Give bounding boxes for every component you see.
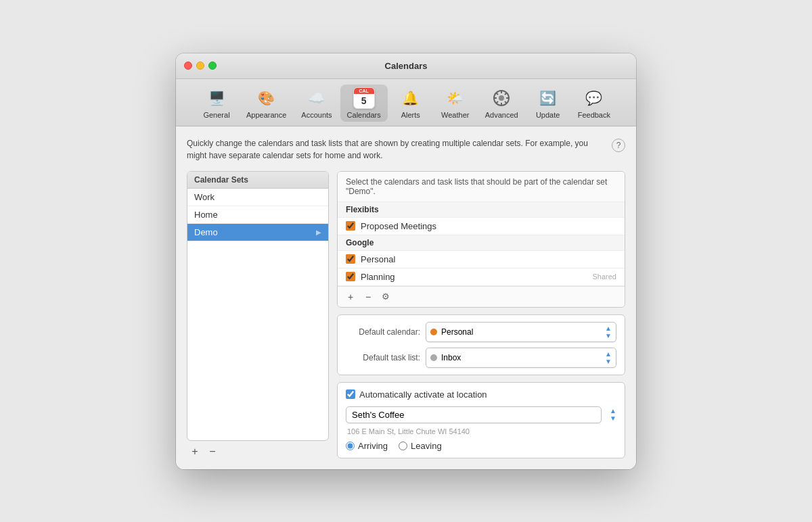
traffic-lights <box>184 62 217 70</box>
svg-point-1 <box>499 95 504 101</box>
app-window: Calendars 🖥️ General 🎨 Appearance ☁️ Acc… <box>176 53 636 469</box>
appearance-icon: 🎨 <box>256 87 277 109</box>
location-checkbox-row: Automatically activate at location <box>346 389 616 400</box>
calendars-section: Select the calendars and task lists that… <box>337 171 625 308</box>
calendar-name-planning: Planning <box>361 272 587 282</box>
calendar-badge-shared: Shared <box>593 272 616 281</box>
info-bar: Quickly change the calendars and task li… <box>187 137 625 162</box>
add-calendar-set-button[interactable]: + <box>188 445 202 458</box>
calendar-checkbox-proposed-meetings[interactable] <box>346 221 355 231</box>
calendar-checkbox-personal[interactable] <box>346 254 355 264</box>
alerts-icon: 🔔 <box>400 87 422 109</box>
calendar-row-planning: Planning Shared <box>338 268 625 286</box>
radio-row: Arriving Leaving <box>346 441 616 451</box>
arriving-label: Arriving <box>358 441 388 451</box>
calendars-icon: CAL 5 <box>353 87 375 109</box>
task-select-text: Inbox <box>441 353 602 362</box>
content-area: Quickly change the calendars and task li… <box>176 126 636 469</box>
remove-calendar-set-button[interactable]: − <box>206 445 219 458</box>
toolbar: 🖥️ General 🎨 Appearance ☁️ Accounts CAL … <box>176 79 636 126</box>
toolbar-label-accounts: Accounts <box>301 111 332 119</box>
weather-icon: 🌤️ <box>445 87 466 109</box>
calendar-sets-list: Calendar Sets Work Home Demo ▶ <box>187 171 329 441</box>
window-title: Calendars <box>385 61 428 71</box>
titlebar: Calendars <box>176 53 636 79</box>
default-calendar-label: Default calendar: <box>346 327 420 337</box>
toolbar-item-advanced[interactable]: Advanced <box>478 85 525 122</box>
toolbar-label-advanced: Advanced <box>485 111 518 119</box>
toolbar-item-alerts[interactable]: 🔔 Alerts <box>389 85 432 122</box>
toolbar-label-appearance: Appearance <box>246 111 286 119</box>
leaving-radio[interactable] <box>399 442 407 450</box>
left-panel: Calendar Sets Work Home Demo ▶ + − <box>187 171 329 458</box>
group-header-flexibits: Flexibits <box>338 202 625 218</box>
gear-button[interactable]: ⚙ <box>380 291 392 303</box>
toolbar-item-accounts[interactable]: ☁️ Accounts <box>294 85 338 122</box>
feedback-icon: 💬 <box>583 87 605 109</box>
list-item-demo[interactable]: Demo ▶ <box>187 224 328 241</box>
toolbar-label-feedback: Feedback <box>578 111 610 119</box>
calendar-select-text: Personal <box>441 327 602 337</box>
info-text: Quickly change the calendars and task li… <box>187 137 605 162</box>
toolbar-item-appearance[interactable]: 🎨 Appearance <box>240 85 293 122</box>
group-header-google: Google <box>338 235 625 251</box>
leaving-option[interactable]: Leaving <box>399 441 442 451</box>
list-controls: + − <box>187 445 329 458</box>
default-task-row: Default task list: Inbox ▲▼ <box>346 348 616 368</box>
toolbar-item-calendars[interactable]: CAL 5 Calendars <box>340 85 388 122</box>
location-activate-checkbox[interactable] <box>346 389 355 399</box>
calendar-row-proposed-meetings: Proposed Meetings <box>338 218 625 235</box>
location-checkbox-label: Automatically activate at location <box>359 389 487 400</box>
calendar-row-personal: Personal <box>338 251 625 268</box>
calendar-sets-header: Calendar Sets <box>187 172 328 189</box>
location-select-row: Seth's Coffee ▲▼ <box>346 406 616 423</box>
task-dot <box>430 354 437 361</box>
toolbar-item-feedback[interactable]: 💬 Feedback <box>571 85 617 122</box>
list-item-work[interactable]: Work <box>187 189 328 206</box>
location-address: 106 E Main St, Little Chute WI 54140 <box>346 427 616 435</box>
default-calendar-select[interactable]: Personal ▲▼ <box>426 322 616 342</box>
calendar-name-proposed-meetings: Proposed Meetings <box>361 221 616 231</box>
maximize-button[interactable] <box>208 62 217 70</box>
default-task-label: Default task list: <box>346 353 420 362</box>
toolbar-label-update: Update <box>536 111 560 119</box>
general-icon: 🖥️ <box>206 87 227 109</box>
add-calendar-button[interactable]: + <box>344 291 357 303</box>
calendar-dot <box>430 329 437 335</box>
leaving-label: Leaving <box>411 441 442 451</box>
right-panel: Select the calendars and task lists that… <box>337 171 625 458</box>
toolbar-item-weather[interactable]: 🌤️ Weather <box>434 85 477 122</box>
location-select[interactable]: Seth's Coffee <box>346 406 602 423</box>
calendar-name-personal: Personal <box>361 254 616 264</box>
selected-arrow-icon: ▶ <box>316 229 321 236</box>
task-select-arrows: ▲▼ <box>605 350 612 365</box>
minimize-button[interactable] <box>196 62 204 70</box>
advanced-icon <box>491 87 512 109</box>
toolbar-label-calendars: Calendars <box>347 111 381 119</box>
calendars-actions: + − ⚙ <box>338 286 625 307</box>
main-layout: Calendar Sets Work Home Demo ▶ + − <box>187 171 625 458</box>
calendar-select-arrows: ▲▼ <box>605 325 612 339</box>
list-item-home[interactable]: Home <box>187 206 328 224</box>
calendars-section-desc: Select the calendars and task lists that… <box>338 172 625 202</box>
accounts-icon: ☁️ <box>306 87 328 109</box>
toolbar-item-general[interactable]: 🖥️ General <box>195 85 238 122</box>
location-section: Automatically activate at location Seth'… <box>337 382 625 458</box>
close-button[interactable] <box>184 62 192 70</box>
calendar-checkbox-planning[interactable] <box>346 272 355 281</box>
update-icon: 🔄 <box>537 87 559 109</box>
location-select-arrows: ▲▼ <box>610 407 616 422</box>
arriving-option[interactable]: Arriving <box>346 441 388 451</box>
toolbar-item-update[interactable]: 🔄 Update <box>526 85 570 122</box>
toolbar-label-general: General <box>203 111 229 119</box>
help-button[interactable]: ? <box>612 139 625 152</box>
toolbar-label-weather: Weather <box>441 111 469 119</box>
defaults-section: Default calendar: Personal ▲▼ Default ta… <box>337 314 625 375</box>
arriving-radio[interactable] <box>346 442 355 450</box>
toolbar-label-alerts: Alerts <box>401 111 420 119</box>
default-calendar-row: Default calendar: Personal ▲▼ <box>346 322 616 342</box>
default-task-select[interactable]: Inbox ▲▼ <box>426 348 616 368</box>
location-name: Seth's Coffee <box>352 410 595 420</box>
remove-calendar-button[interactable]: − <box>362 291 374 303</box>
